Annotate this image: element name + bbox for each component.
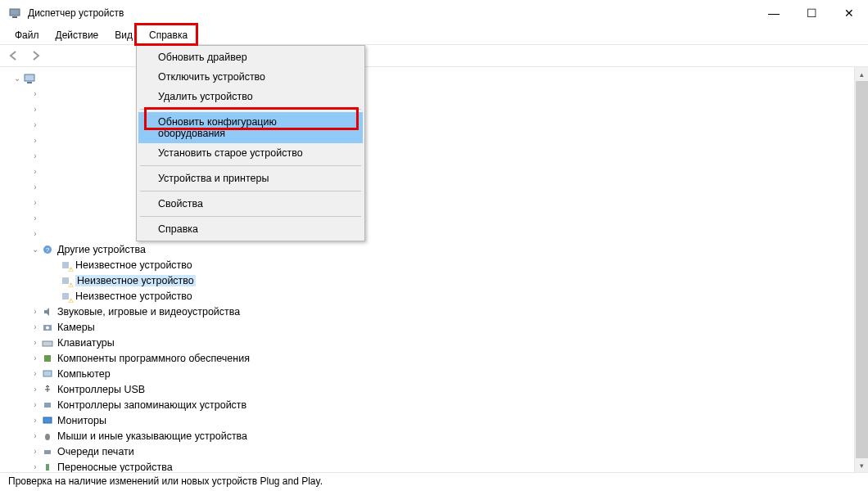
expand-icon[interactable]: ›	[29, 385, 41, 394]
mice-label: Мыши и иные указывающие устройства	[57, 430, 247, 442]
audio-node[interactable]: ›Звуковые, игровые и видеоустройства	[29, 304, 854, 319]
menu-separator	[140, 216, 361, 217]
expand-icon[interactable]: ›	[29, 167, 41, 176]
device-manager-window: Диспетчер устройств — ☐ ✕ Файл Действие …	[0, 0, 868, 491]
menu-separator	[140, 165, 361, 166]
device-icon	[41, 134, 54, 147]
svg-rect-14	[44, 403, 51, 408]
svg-rect-6	[62, 262, 69, 268]
statusbar: Проверка на наличие изменений или новых …	[0, 473, 868, 491]
unknown-device-row[interactable]: Неизвестное устройство	[47, 288, 854, 304]
audio-label: Звуковые, игровые и видеоустройства	[57, 306, 240, 318]
printer-icon	[41, 445, 54, 458]
cameras-node[interactable]: ›Камеры	[29, 319, 854, 335]
unknown-device-icon	[59, 259, 72, 272]
mice-node[interactable]: ›Мыши и иные указывающие устройства	[29, 428, 854, 444]
expand-icon[interactable]: ›	[29, 431, 41, 440]
device-icon	[41, 150, 54, 163]
svg-rect-2	[25, 74, 34, 81]
print-queues-node[interactable]: ›Очереди печати	[29, 444, 854, 459]
maximize-button[interactable]: ☐	[793, 1, 830, 25]
keyboards-label: Клавиатуры	[57, 337, 115, 349]
expand-icon[interactable]: ›	[29, 400, 41, 409]
keyboards-node[interactable]: ›Клавиатуры	[29, 335, 854, 350]
device-tree[interactable]: ⌄ › › › › › › › › › › ⌄ ? Другие устройс…	[0, 67, 854, 472]
monitor-icon	[41, 414, 54, 427]
svg-point-10	[46, 326, 49, 329]
device-icon	[41, 119, 54, 132]
monitors-node[interactable]: ›Мониторы	[29, 412, 854, 428]
window-controls: — ☐ ✕	[755, 1, 868, 25]
software-node[interactable]: ›Компоненты программного обеспечения	[29, 350, 854, 366]
menu-view[interactable]: Вид	[106, 27, 141, 43]
audio-icon	[41, 305, 54, 318]
other-devices-node[interactable]: ⌄ ? Другие устройства	[29, 241, 854, 257]
scroll-up-icon[interactable]: ▴	[855, 67, 869, 81]
svg-rect-1	[12, 16, 17, 18]
expand-icon[interactable]: ›	[29, 416, 41, 425]
back-button[interactable]	[5, 47, 23, 65]
minimize-button[interactable]: —	[755, 1, 793, 25]
usb-node[interactable]: ›Контроллеры USB	[29, 381, 854, 397]
expand-icon[interactable]: ›	[29, 354, 41, 363]
expand-icon[interactable]: ›	[29, 136, 41, 145]
unknown-device-row[interactable]: Неизвестное устройство	[47, 257, 854, 273]
expand-icon[interactable]: ›	[29, 322, 41, 331]
unknown-device-label: Неизвестное устройство	[75, 259, 192, 271]
menu-action[interactable]: Действие	[47, 27, 107, 43]
expand-icon[interactable]: ›	[29, 198, 41, 207]
svg-rect-15	[43, 417, 52, 423]
monitors-label: Мониторы	[57, 415, 106, 426]
usb-label: Контроллеры USB	[57, 384, 145, 395]
storage-node[interactable]: ›Контроллеры запоминающих устройств	[29, 397, 854, 412]
scroll-thumb[interactable]	[856, 81, 868, 458]
computer-node[interactable]: ›Компьютер	[29, 366, 854, 381]
menu-disable-device[interactable]: Отключить устройство	[138, 67, 363, 87]
menu-devices-printers[interactable]: Устройства и принтеры	[138, 169, 363, 188]
expand-icon[interactable]: ›	[29, 307, 41, 316]
usb-icon	[41, 383, 54, 396]
unknown-device-row[interactable]: Неизвестное устройство	[47, 273, 854, 288]
collapse-icon[interactable]: ⌄	[29, 245, 41, 254]
menubar: Файл Действие Вид Справка	[0, 26, 868, 44]
menu-update-driver[interactable]: Обновить драйвер	[138, 47, 363, 67]
portable-label: Переносные устройства	[57, 462, 173, 473]
svg-rect-18	[46, 464, 49, 471]
collapse-icon[interactable]: ⌄	[11, 74, 23, 83]
svg-rect-7	[62, 277, 69, 284]
expand-icon[interactable]: ›	[29, 462, 41, 471]
expand-icon[interactable]: ›	[29, 120, 41, 129]
expand-icon[interactable]: ›	[29, 229, 41, 238]
expand-icon[interactable]: ›	[29, 369, 41, 378]
expand-icon[interactable]: ›	[29, 214, 41, 223]
unknown-device-label: Неизвестное устройство	[75, 291, 192, 302]
menu-properties[interactable]: Свойства	[138, 194, 363, 214]
expand-icon[interactable]: ›	[29, 447, 41, 456]
menu-scan-hardware[interactable]: Обновить конфигурацию оборудования	[138, 112, 363, 143]
software-icon	[41, 352, 54, 365]
scrollbar[interactable]: ▴ ▾	[854, 67, 868, 472]
device-icon	[41, 227, 54, 241]
close-button[interactable]: ✕	[830, 1, 868, 25]
cameras-label: Камеры	[57, 322, 95, 333]
expand-icon[interactable]: ›	[29, 105, 41, 114]
menu-help[interactable]: Справка	[138, 219, 363, 239]
content-area: ⌄ › › › › › › › › › › ⌄ ? Другие устройс…	[0, 67, 868, 473]
svg-text:?: ?	[46, 246, 50, 254]
expand-icon[interactable]: ›	[29, 151, 41, 160]
svg-rect-3	[27, 82, 32, 83]
svg-point-16	[45, 434, 50, 440]
menu-help[interactable]: Справка	[141, 27, 196, 43]
menu-install-legacy[interactable]: Установить старое устройство	[138, 143, 363, 163]
device-icon	[41, 181, 54, 194]
expand-icon[interactable]: ›	[29, 182, 41, 191]
menu-file[interactable]: Файл	[7, 27, 47, 43]
portable-node[interactable]: ›Переносные устройства	[29, 459, 854, 472]
software-label: Компоненты программного обеспечения	[57, 353, 250, 364]
menu-remove-device[interactable]: Удалить устройство	[138, 87, 363, 106]
device-icon	[41, 88, 54, 101]
forward-button[interactable]	[26, 47, 44, 65]
scroll-down-icon[interactable]: ▾	[855, 458, 869, 472]
expand-icon[interactable]: ›	[29, 89, 41, 98]
expand-icon[interactable]: ›	[29, 338, 41, 347]
